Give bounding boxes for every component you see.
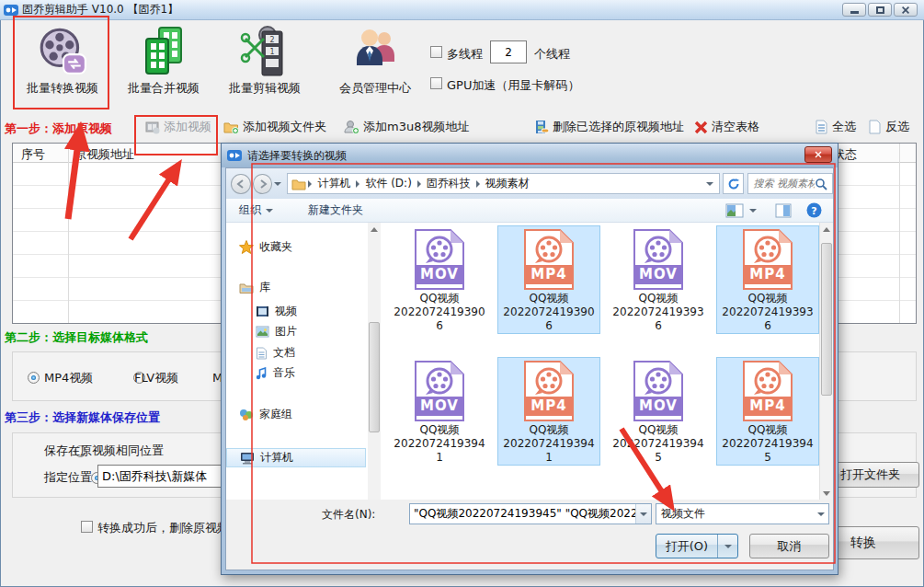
breadcrumb-item-computer[interactable]: 计算机 bbox=[314, 176, 354, 191]
invert-select-label: 反选 bbox=[885, 119, 909, 135]
scroll-up-icon[interactable] bbox=[368, 223, 381, 236]
minimize-button[interactable] bbox=[842, 3, 866, 17]
preview-pane-icon[interactable] bbox=[775, 203, 792, 218]
filename-combo[interactable] bbox=[409, 503, 652, 524]
star-icon bbox=[239, 240, 254, 254]
file-format-badge: MP4 bbox=[744, 397, 792, 416]
sidebar-scroll-thumb[interactable] bbox=[369, 322, 380, 432]
breadcrumb-item-drive[interactable]: 软件 (D:) bbox=[361, 176, 415, 191]
sidebar-item-computer[interactable]: 计算机 bbox=[226, 448, 366, 467]
add-m3u8-button[interactable]: 添加m3u8视频地址 bbox=[344, 117, 469, 137]
file-name-line: 5 bbox=[608, 451, 709, 465]
sidebar-label: 视频 bbox=[275, 304, 297, 319]
batch-convert-video-button[interactable]: 批量转换视频 bbox=[13, 23, 112, 102]
batch-merge-video-button[interactable]: 批量合并视频 bbox=[114, 23, 213, 102]
help-icon[interactable]: ? bbox=[806, 202, 822, 218]
radio-mp4[interactable] bbox=[28, 372, 40, 384]
dialog-close-button[interactable] bbox=[804, 146, 832, 163]
file-item[interactable]: MOV QQ视频 2022072419390 6 bbox=[388, 225, 491, 334]
invert-select-button[interactable]: 反选 bbox=[868, 117, 909, 137]
views-icon[interactable] bbox=[725, 203, 744, 218]
filetype-dropdown-icon[interactable] bbox=[813, 504, 828, 524]
select-all-button[interactable]: 全选 bbox=[815, 117, 856, 137]
maximize-button[interactable] bbox=[868, 3, 892, 17]
window-title: 固乔剪辑助手 V10.0 【固乔1】 bbox=[22, 2, 178, 17]
filename-input[interactable] bbox=[410, 508, 635, 521]
file-name-line: QQ视频 bbox=[498, 423, 599, 437]
member-center-label: 会员管理中心 bbox=[324, 80, 427, 97]
file-name-line: 2022072419390 bbox=[498, 305, 599, 319]
member-center-button[interactable]: 会员管理中心 bbox=[324, 23, 427, 102]
back-button[interactable] bbox=[231, 174, 251, 194]
file-item[interactable]: MOV QQ视频 2022072419394 5 bbox=[607, 357, 710, 466]
views-dropdown-icon[interactable] bbox=[749, 209, 757, 213]
forward-button[interactable] bbox=[253, 174, 273, 194]
history-dropdown-icon[interactable] bbox=[274, 182, 281, 186]
delete-selected-button[interactable]: 删除已选择的原视频地址 bbox=[534, 117, 684, 137]
scroll-down-icon[interactable] bbox=[820, 487, 833, 500]
convert-label: 转换 bbox=[850, 535, 876, 551]
svg-text:2: 2 bbox=[269, 36, 274, 44]
sidebar-scrollbar[interactable] bbox=[368, 223, 381, 500]
mp4-file-icon: MP4 bbox=[524, 361, 574, 421]
file-item[interactable]: MOV QQ视频 2022072419393 6 bbox=[607, 225, 710, 334]
film-reel-convert-icon bbox=[36, 25, 89, 78]
clear-table-button[interactable]: 清空表格 bbox=[694, 117, 759, 137]
search-input[interactable] bbox=[748, 178, 815, 190]
file-name-line: 6 bbox=[389, 319, 490, 333]
breadcrumb-item-current[interactable]: 视频素材 bbox=[482, 176, 533, 191]
add-video-folder-label: 添加视频文件夹 bbox=[243, 119, 326, 135]
step1-label: 第一步：添加原视频 bbox=[5, 121, 112, 137]
file-item[interactable]: MP4 QQ视频 2022072419390 6 bbox=[497, 225, 600, 334]
library-icon bbox=[239, 282, 254, 294]
gpu-checkbox[interactable] bbox=[430, 77, 442, 89]
sidebar-item-favorites[interactable]: 收藏夹 bbox=[226, 237, 366, 257]
close-button[interactable] bbox=[894, 3, 918, 17]
person-add-icon bbox=[344, 120, 359, 134]
organize-button[interactable]: 组织 bbox=[239, 202, 273, 218]
mov-file-icon: MOV bbox=[415, 229, 464, 290]
scroll-up-icon[interactable] bbox=[820, 223, 833, 236]
sidebar-label: 文档 bbox=[273, 345, 295, 361]
open-button-label: 打开(O) bbox=[656, 535, 717, 558]
delete-after-checkbox[interactable] bbox=[81, 521, 93, 533]
delete-selected-label: 删除已选择的原视频地址 bbox=[553, 119, 684, 135]
sidebar-item-pictures[interactable]: 图片 bbox=[226, 322, 366, 341]
radio-same-location-label: 保存在原视频相同位置 bbox=[44, 443, 164, 459]
file-item[interactable]: MOV QQ视频 2022072419394 1 bbox=[388, 357, 491, 466]
breadcrumb-separator-icon bbox=[356, 180, 359, 188]
open-button[interactable]: 打开(O) bbox=[656, 534, 738, 558]
sidebar-item-music[interactable]: 音乐 bbox=[226, 363, 366, 383]
file-item[interactable]: MP4 QQ视频 2022072419394 5 bbox=[716, 357, 819, 466]
open-folder-label: 打开文件夹 bbox=[840, 466, 900, 483]
open-split-dropdown-icon[interactable] bbox=[717, 535, 737, 558]
add-video-folder-button[interactable]: 添加视频文件夹 bbox=[223, 117, 326, 137]
breadcrumb-dropdown-icon[interactable] bbox=[706, 182, 713, 186]
invert-select-icon bbox=[868, 120, 882, 134]
sidebar-item-videos[interactable]: 视频 bbox=[226, 302, 366, 321]
file-grid-scrollbar[interactable] bbox=[819, 223, 833, 500]
file-name-line: QQ视频 bbox=[608, 292, 709, 305]
file-grid-scroll-thumb[interactable] bbox=[821, 243, 832, 396]
new-folder-button[interactable]: 新建文件夹 bbox=[308, 202, 363, 218]
col-index-header: 序号 bbox=[21, 146, 45, 163]
breadcrumb-item-folder[interactable]: 固乔科技 bbox=[423, 176, 474, 191]
file-item[interactable]: MP4 QQ视频 2022072419393 6 bbox=[716, 225, 819, 334]
file-format-badge: MOV bbox=[416, 265, 463, 284]
filetype-combo[interactable]: 视频文件 bbox=[656, 503, 829, 524]
search-box[interactable] bbox=[747, 173, 833, 194]
thread-count-input[interactable] bbox=[490, 40, 527, 63]
sidebar-item-documents[interactable]: 文档 bbox=[226, 343, 366, 363]
filename-dropdown-icon[interactable] bbox=[635, 504, 651, 524]
batch-cut-video-button[interactable]: 2 1 批量剪辑视频 bbox=[215, 23, 314, 102]
filmstrip-scissors-icon: 2 1 bbox=[240, 25, 290, 78]
sidebar-item-libraries[interactable]: 库 bbox=[226, 278, 366, 297]
step2-label: 第二步：选择目标媒体格式 bbox=[5, 329, 148, 346]
cancel-button[interactable]: 取消 bbox=[749, 534, 829, 558]
refresh-button[interactable] bbox=[723, 173, 745, 194]
sidebar-item-homegroup[interactable]: 家庭组 bbox=[226, 405, 366, 424]
dialog-footer: 文件名(N): 视频文件 打开(O) 取消 bbox=[226, 500, 833, 570]
file-item[interactable]: MP4 QQ视频 2022072419394 1 bbox=[497, 357, 600, 466]
add-video-button[interactable]: 添加视频 bbox=[145, 117, 211, 137]
multithread-checkbox[interactable] bbox=[430, 46, 442, 58]
